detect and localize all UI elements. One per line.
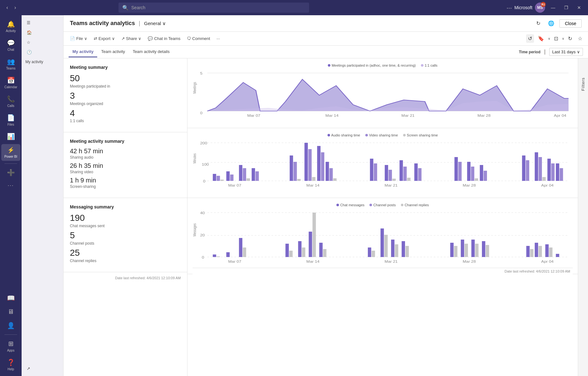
video-sharing-value: 26 h 35 min — [70, 162, 181, 169]
forward-button[interactable]: › — [12, 3, 18, 12]
more-options-button[interactable]: ··· — [507, 4, 512, 11]
favorites-button[interactable]: ☆ — [23, 37, 62, 47]
back-button[interactable]: ‹ — [4, 3, 10, 12]
external-link-button[interactable]: ↗ — [23, 364, 62, 373]
file-label: File — [76, 36, 83, 41]
reload-button[interactable]: ↻ — [566, 34, 574, 43]
toolbar-more-button[interactable]: ··· — [214, 35, 222, 42]
svg-rect-110 — [545, 244, 549, 257]
calls-label: 1:1 calls — [70, 119, 181, 123]
sidebar-item-apps[interactable]: ⊞ Apps — [1, 337, 20, 355]
sidebar-item-bookmarks[interactable]: 📖 — [1, 292, 20, 304]
export-button[interactable]: ⇄ Export ∨ — [91, 35, 118, 42]
chevron-down-icon: ∨ — [162, 21, 166, 26]
my-activity-button[interactable]: My activity — [23, 57, 62, 67]
sidebar-item-calendar[interactable]: 📅 Calendar — [1, 74, 20, 91]
sidebar-item-boards[interactable]: 📊 — [1, 130, 20, 143]
help-icon: ❓ — [7, 359, 15, 366]
tab-team-activity-details[interactable]: Team activity details — [129, 47, 173, 57]
svg-rect-105 — [486, 245, 489, 257]
tab-my-activity[interactable]: My activity — [69, 47, 97, 57]
avatar[interactable]: MS R1 — [535, 3, 545, 13]
svg-rect-93 — [384, 235, 388, 257]
comment-button[interactable]: 🗨 Comment — [184, 35, 213, 42]
charts-area: Meetings participated in (adhoc, one tim… — [187, 58, 578, 376]
file-icon: 📄 — [70, 36, 75, 41]
sidebar-item-files[interactable]: 📄 Files — [1, 111, 20, 129]
svg-rect-62 — [551, 163, 555, 181]
calls-label: Calls — [7, 104, 14, 108]
svg-rect-27 — [255, 171, 259, 181]
video-sharing-label: Sharing video — [70, 170, 181, 174]
close-button[interactable]: Close — [559, 19, 582, 28]
summary-panels: Meeting summary 50 Meetings participated… — [64, 58, 187, 376]
sidebar-item-devices[interactable]: 🖥 — [1, 306, 20, 318]
svg-rect-44 — [400, 160, 403, 181]
activity-label: Activity — [6, 29, 16, 33]
history-button[interactable]: 🕐 — [23, 47, 62, 57]
svg-rect-21 — [226, 171, 230, 181]
globe-button[interactable]: 🌐 — [545, 19, 557, 28]
channel-replies-metric: 25 Channel replies — [70, 248, 181, 263]
sidebar-item-chat[interactable]: 💬 Chat — [1, 36, 20, 54]
svg-rect-101 — [465, 244, 468, 257]
svg-rect-58 — [535, 152, 538, 181]
svg-rect-77 — [213, 254, 216, 257]
minimize-button[interactable]: — — [548, 4, 558, 11]
sidebar-item-add[interactable]: ➕ — [1, 166, 20, 179]
video-sharing-metric: 26 h 35 min Sharing video — [70, 162, 181, 174]
date-footer: Date last refreshed: 4/6/2021 12:10:09 A… — [64, 272, 187, 284]
add-icon: ➕ — [7, 169, 15, 176]
svg-rect-112 — [556, 254, 559, 257]
svg-rect-25 — [247, 178, 250, 181]
sidebar-item-teams[interactable]: 👥 Teams — [1, 55, 20, 73]
sidebar-item-calls[interactable]: 📞 Calls — [1, 93, 20, 110]
view-button[interactable]: ⊡ — [552, 34, 560, 43]
window-close-button[interactable]: ✕ — [574, 4, 584, 11]
svg-rect-29 — [294, 162, 297, 181]
chat-in-teams-button[interactable]: 💬 Chat in Teams — [145, 35, 183, 42]
account-name: Microsoft — [514, 5, 532, 10]
svg-rect-51 — [467, 162, 471, 181]
legend-channel-posts: Channel posts — [369, 203, 395, 207]
star-toolbar-button[interactable]: ☆ — [576, 34, 584, 43]
sidebar-item-powerbi[interactable]: ⚡ Power BI — [1, 144, 20, 161]
time-period-selector[interactable]: Last 31 days ∨ — [549, 48, 583, 56]
search-input[interactable] — [131, 5, 305, 10]
svg-marker-4 — [207, 79, 569, 111]
svg-rect-38 — [333, 178, 337, 181]
tab-team-activity[interactable]: Team activity — [97, 47, 129, 57]
section-selector[interactable]: General ∨ — [144, 21, 166, 26]
toolbar-right: ↺ 🔖 ∨ ⊡ ∨ ↻ ☆ — [526, 34, 584, 43]
sidebar-item-help[interactable]: ❓ Help — [1, 356, 20, 373]
external-link-icon: ↗ — [27, 366, 30, 371]
sidebar-item-activity[interactable]: 🔔 Activity — [1, 18, 20, 35]
toolbar-more-icon: ··· — [216, 36, 220, 41]
svg-text:0: 0 — [200, 111, 203, 115]
svg-rect-24 — [243, 168, 246, 181]
hamburger-menu[interactable]: ☰ — [23, 18, 62, 28]
home-button[interactable]: 🏠 — [23, 28, 62, 37]
share-button[interactable]: ↗ Share ∨ — [119, 35, 144, 42]
meeting-activity-chart-legend: Audio sharing time Video sharing time Sc… — [193, 133, 573, 137]
search-bar[interactable]: 🔍 — [118, 3, 309, 13]
sidebar-item-people[interactable]: 👤 — [1, 319, 20, 332]
svg-text:Messages: Messages — [193, 223, 197, 236]
restore-button[interactable]: ❐ — [561, 4, 571, 11]
sidebar-item-more[interactable]: ··· — [1, 180, 20, 191]
svg-rect-50 — [458, 162, 462, 181]
undo-button[interactable]: ↺ — [526, 34, 534, 43]
screen-sharing-metric: 1 h 9 min Screen-sharing — [70, 177, 181, 189]
powerbi-icon: ⚡ — [7, 147, 14, 154]
filters-label[interactable]: Filters — [581, 77, 585, 91]
svg-rect-78 — [217, 256, 220, 257]
svg-text:40: 40 — [200, 211, 205, 215]
svg-rect-99 — [454, 246, 457, 257]
chat-messages-value: 190 — [70, 213, 181, 223]
refresh-header-button[interactable]: ↻ — [534, 19, 543, 28]
legend-video: Video sharing time — [365, 133, 398, 137]
svg-text:Mar 07: Mar 07 — [247, 114, 260, 117]
bookmark-button[interactable]: 🔖 — [536, 34, 546, 43]
svg-rect-86 — [309, 232, 312, 257]
file-button[interactable]: 📄 File ∨ — [67, 35, 90, 42]
